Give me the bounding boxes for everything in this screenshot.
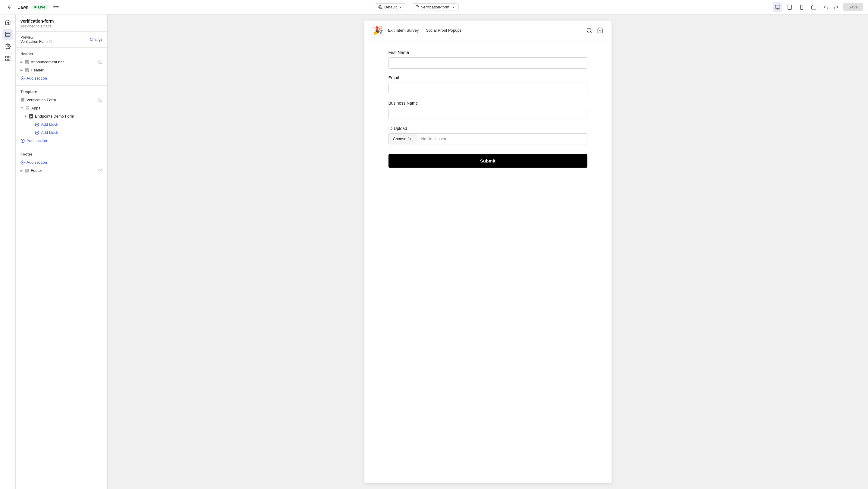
sidebar-item-apps[interactable]: ▼ Apps: [16, 104, 107, 112]
preview-label: Preview Verification Form: [21, 35, 53, 44]
svg-rect-50: [25, 169, 29, 170]
svg-rect-16: [25, 60, 29, 61]
store-header-icons: [586, 27, 603, 33]
more-options-button[interactable]: •••: [51, 2, 61, 12]
svg-rect-1: [775, 5, 780, 8]
plus-circle-icon-3: [35, 130, 39, 135]
chevron-down-icon: ▼: [21, 106, 24, 110]
footer-add-section[interactable]: Add section: [16, 158, 107, 166]
svg-rect-22: [25, 71, 29, 71]
mobile-view-button[interactable]: [797, 2, 807, 12]
custom-view-button[interactable]: [809, 2, 818, 12]
tablet-view-button[interactable]: [785, 2, 795, 12]
header-section-group: Header ▶ Announcement bar ▶ Header Add s…: [16, 48, 107, 85]
svg-rect-21: [25, 70, 29, 70]
id-upload-field: ID Upload Choose file No file chosen: [389, 126, 587, 145]
add-block-label-2: Add block: [41, 130, 58, 135]
eye-off-icon[interactable]: [98, 98, 102, 102]
rail-apps-icon[interactable]: [2, 53, 13, 64]
file-input-row: Choose file No file chosen: [389, 133, 587, 145]
svg-rect-26: [21, 98, 24, 99]
rail-home-icon[interactable]: [2, 17, 13, 28]
template-section-label: Template: [16, 89, 107, 96]
header-label: Header: [31, 68, 44, 72]
cart-icon[interactable]: [597, 27, 603, 33]
verification-form-label: Verification Form: [27, 98, 56, 102]
template-add-section[interactable]: Add section: [16, 136, 107, 145]
file-name-label: No file chosen: [417, 133, 450, 144]
id-upload-label: ID Upload: [389, 126, 587, 131]
svg-rect-51: [25, 170, 29, 171]
svg-rect-33: [28, 109, 29, 110]
back-button[interactable]: [5, 2, 14, 12]
svg-rect-2: [788, 5, 792, 9]
business-name-input[interactable]: [389, 108, 587, 119]
svg-rect-11: [5, 56, 7, 58]
svg-rect-6: [811, 6, 816, 9]
form-slug-selector[interactable]: verification-form: [412, 3, 458, 11]
template-rows-icon: [21, 98, 25, 102]
live-label: Live: [38, 5, 45, 9]
svg-rect-13: [5, 59, 7, 61]
redo-button[interactable]: [831, 2, 841, 12]
svg-rect-30: [26, 106, 27, 108]
header-add-section[interactable]: Add section: [16, 74, 107, 82]
rail-sections-icon[interactable]: [2, 29, 13, 40]
preview-change-button[interactable]: Change: [90, 37, 102, 41]
sidebar-item-endpoints-demo-form[interactable]: ▼ Endpoints Demo Form: [16, 112, 107, 120]
store-logo: 🎉: [373, 25, 383, 35]
visibility-icon[interactable]: [98, 60, 102, 64]
rows-icon: [25, 60, 29, 64]
save-button[interactable]: Save: [843, 3, 863, 11]
desktop-view-button[interactable]: [773, 2, 782, 12]
svg-rect-18: [25, 63, 29, 63]
header-section-label: Header: [16, 51, 107, 58]
sidebar-subtitle: Assigned to 1 page: [21, 24, 102, 28]
app-name: Dawn: [18, 5, 28, 10]
header-add-section-label: Add section: [27, 76, 47, 81]
chevron-right-icon: ▶: [21, 60, 23, 64]
store-nav: Exit Intent Survey Social Proof Popups: [388, 28, 462, 33]
undo-button[interactable]: [821, 2, 831, 12]
sidebar-item-footer[interactable]: ▶ Footer: [16, 166, 107, 175]
business-name-field: Business Name: [389, 101, 587, 119]
default-label: Default: [384, 5, 397, 9]
sidebar-title: verification-form: [21, 19, 102, 24]
sidebar-item-header[interactable]: ▶ Header: [16, 66, 107, 74]
choose-file-button[interactable]: Choose file: [389, 133, 417, 144]
endpoints-add-block-1[interactable]: Add block: [16, 120, 107, 128]
store-header: 🎉 Exit Intent Survey Social Proof Popups: [364, 21, 612, 40]
sidebar-item-announcement-bar[interactable]: ▶ Announcement bar: [16, 58, 107, 66]
search-icon[interactable]: [586, 27, 592, 33]
footer-label: Footer: [31, 168, 42, 173]
email-label: Email: [389, 75, 587, 80]
first-name-label: First Name: [389, 50, 587, 55]
first-name-input[interactable]: [389, 57, 587, 69]
email-field: Email: [389, 75, 587, 94]
sidebar-item-verification-form[interactable]: Verification Form: [16, 96, 107, 104]
submit-button[interactable]: Submit: [389, 154, 587, 167]
add-block-label-1: Add block: [41, 122, 58, 127]
icon-rail: [0, 14, 16, 489]
nav-item-social-proof[interactable]: Social Proof Popups: [426, 28, 461, 33]
live-badge: Live: [31, 4, 48, 10]
sidebar: verification-form Assigned to 1 page Pre…: [16, 14, 107, 489]
plus-circle-icon: [21, 76, 25, 81]
nav-item-exit-intent[interactable]: Exit Intent Survey: [388, 28, 419, 33]
svg-line-15: [50, 40, 52, 42]
svg-line-55: [590, 31, 591, 33]
chevron-down-icon: ▼: [24, 115, 27, 118]
preview-section: Preview Verification Form Change: [16, 32, 107, 47]
svg-rect-27: [21, 99, 24, 100]
svg-rect-20: [25, 68, 29, 69]
footer-eye-icon[interactable]: [98, 169, 102, 173]
svg-rect-32: [26, 109, 27, 110]
email-input[interactable]: [389, 83, 587, 94]
svg-point-10: [7, 46, 8, 47]
endpoints-add-block-2[interactable]: Add block: [16, 128, 107, 136]
preview-area: 🎉 Exit Intent Survey Social Proof Popups…: [107, 14, 868, 489]
apps-label: Apps: [31, 106, 40, 110]
plus-circle-icon-5: [21, 160, 25, 164]
default-selector[interactable]: Default: [375, 3, 406, 11]
rail-settings-icon[interactable]: [2, 41, 13, 52]
